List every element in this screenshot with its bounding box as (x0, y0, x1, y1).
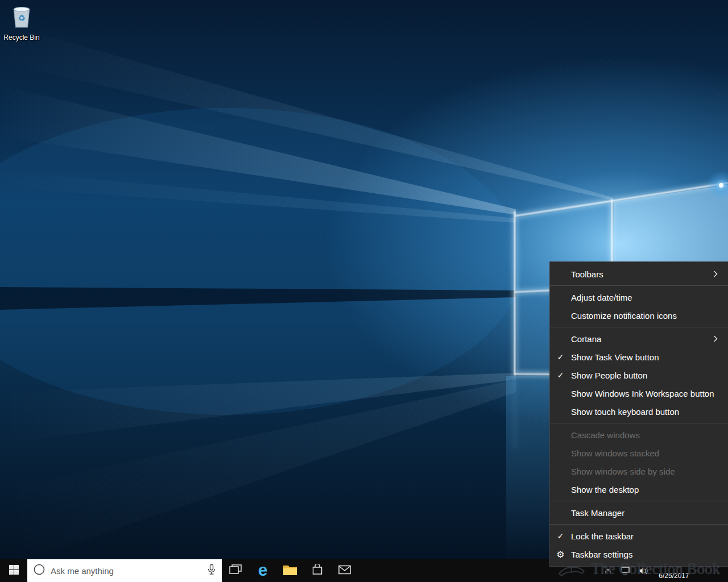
menu-item-show-windows-ink-workspace-button[interactable]: Show Windows Ink Workspace button (550, 384, 728, 402)
search-input[interactable] (51, 566, 202, 576)
menu-item-lock-the-taskbar[interactable]: Lock the taskbar (550, 527, 728, 545)
menu-item-cortana[interactable]: Cortana (550, 330, 728, 348)
chevron-right-icon (713, 335, 728, 342)
menu-item-task-manager[interactable]: Task Manager (550, 504, 728, 522)
task-view-icon (229, 564, 242, 577)
svg-text:♻: ♻ (18, 14, 25, 23)
gear-icon (550, 549, 571, 560)
start-button[interactable] (0, 559, 27, 582)
cortana-circle-icon (33, 563, 46, 578)
edge-button[interactable]: e (249, 559, 276, 582)
windows-logo-icon (9, 565, 19, 577)
desktop: ♻ Recycle Bin (0, 0, 728, 582)
menu-item-toolbars[interactable]: Toolbars (550, 265, 728, 283)
mail-button[interactable] (331, 559, 358, 582)
microphone-icon[interactable] (207, 564, 216, 577)
recycle-bin[interactable]: ♻ Recycle Bin (2, 5, 41, 41)
file-explorer-icon (283, 564, 297, 578)
recycle-bin-label: Recycle Bin (3, 34, 39, 41)
checkmark-icon (550, 352, 571, 361)
menu-item-cascade-windows: Cascade windows (550, 426, 728, 444)
menu-item-show-the-desktop[interactable]: Show the desktop (550, 480, 728, 498)
taskbar-context-menu: Toolbars Adjust date/time Customize noti… (549, 261, 728, 567)
menu-item-show-touch-keyboard-button[interactable]: Show touch keyboard button (550, 402, 728, 421)
cortana-search-box[interactable] (27, 559, 222, 582)
menu-item-customize-notification-icons[interactable]: Customize notification icons (550, 306, 728, 325)
mail-icon (338, 565, 351, 577)
menu-separator (550, 501, 728, 501)
menu-item-show-task-view-button[interactable]: Show Task View button (550, 348, 728, 366)
store-icon (312, 564, 323, 577)
checkmark-icon (550, 371, 571, 380)
chevron-right-icon (713, 271, 728, 277)
menu-separator (550, 327, 728, 327)
checkmark-icon (550, 531, 571, 541)
menu-item-show-windows-side-by-side: Show windows side by side (550, 462, 728, 480)
task-view-button[interactable] (222, 559, 249, 582)
menu-separator (550, 524, 728, 525)
menu-separator (550, 285, 728, 286)
recycle-bin-icon: ♻ (11, 5, 32, 31)
menu-item-taskbar-settings[interactable]: Taskbar settings (550, 545, 728, 563)
menu-item-show-people-button[interactable]: Show People button (550, 366, 728, 384)
menu-item-adjust-datetime[interactable]: Adjust date/time (550, 288, 728, 306)
menu-item-show-windows-stacked: Show windows stacked (550, 444, 728, 462)
store-button[interactable] (304, 559, 331, 582)
file-explorer-button[interactable] (276, 559, 304, 582)
edge-icon: e (258, 562, 268, 579)
taskbar-date: 6/25/2017 (656, 572, 692, 580)
menu-separator (550, 423, 728, 423)
